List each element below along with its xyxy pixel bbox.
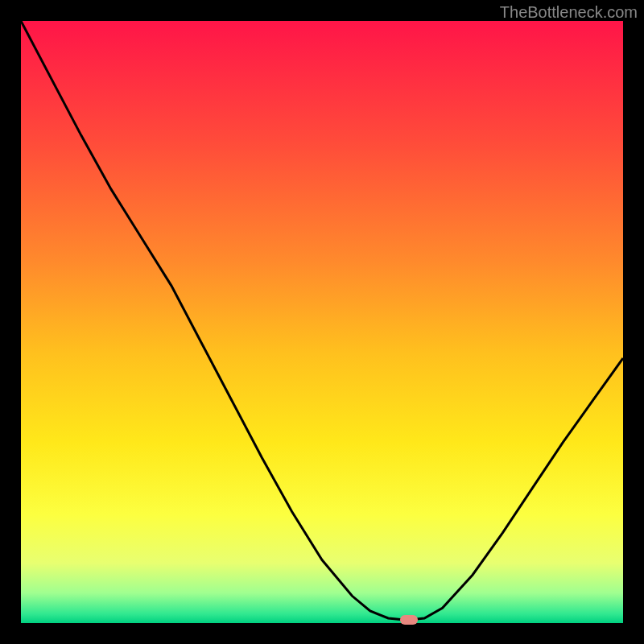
bottleneck-plot: [21, 21, 623, 623]
watermark-text: TheBottleneck.com: [500, 3, 638, 22]
bottleneck-curve: [21, 21, 623, 623]
optimum-marker: [400, 615, 418, 625]
